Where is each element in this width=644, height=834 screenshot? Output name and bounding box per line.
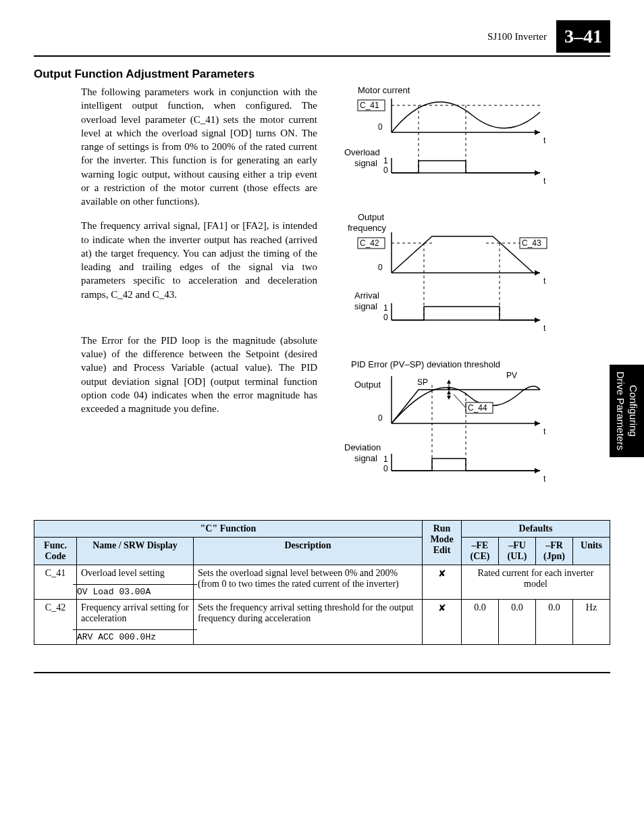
doc-label: SJ100 Inverter xyxy=(487,31,547,43)
d1-t-1: t xyxy=(543,136,546,145)
diagram-output-frequency: Output frequency C_42 C_43 0 t xyxy=(338,212,567,340)
d2-zero-1: 0 xyxy=(378,263,383,272)
side-tab-line2: Drive Parameters xyxy=(615,371,626,450)
d2-c43: C_43 xyxy=(522,238,541,248)
parameter-table: "C" Function Run Mode Edit Defaults Func… xyxy=(34,520,610,645)
side-tab: Configuring Drive Parameters xyxy=(610,365,644,457)
header-rule xyxy=(34,55,610,57)
d3-dev-l1: Deviation xyxy=(344,442,381,452)
d2-arr-l1: Arrival xyxy=(354,290,379,301)
d3-one: 1 xyxy=(383,454,388,464)
svg-line-32 xyxy=(454,394,466,408)
cell-code: C_42 xyxy=(34,600,77,645)
d3-pv: PV xyxy=(506,371,517,380)
section-title: Output Function Adjustment Parameters xyxy=(34,68,610,81)
diagram-pid-error: PID Error (PV–SP) deviation threshold Ou… xyxy=(338,359,567,494)
d3-zero-1: 0 xyxy=(378,413,383,423)
d2-zero-2: 0 xyxy=(383,313,388,322)
th-defaults: Defaults xyxy=(462,521,610,538)
th-fe: –FE (CE) xyxy=(462,538,499,565)
cell-srw: ARV ACC 000.0Hz xyxy=(73,629,197,644)
svg-marker-26 xyxy=(447,380,451,384)
side-tab-line1: Configuring xyxy=(628,385,639,437)
th-units: Units xyxy=(573,538,610,565)
svg-marker-30 xyxy=(447,396,451,400)
d3-zero-2: 0 xyxy=(383,464,388,473)
para-1: The following parameters work in conjunc… xyxy=(81,85,317,208)
th-description: Description xyxy=(194,538,423,565)
para-2: The frequency arrival signal, [FA1] or [… xyxy=(81,219,317,301)
th-runmode: Run Mode Edit xyxy=(423,521,462,565)
cell-desc: Sets the frequency arrival setting thres… xyxy=(194,600,423,645)
d1-zero-1: 0 xyxy=(378,122,383,132)
d3-title: PID Error (PV–SP) deviation threshold xyxy=(351,359,500,369)
cell-name: Frequency arrival setting for accelerati… xyxy=(77,600,193,627)
th-func-code: Func. Code xyxy=(34,538,77,565)
d3-t-2: t xyxy=(543,474,546,484)
d2-title1: Output xyxy=(358,212,384,222)
d2-t-1: t xyxy=(543,276,546,286)
d3-output: Output xyxy=(354,380,381,390)
cell-fe: 0.0 xyxy=(462,600,499,645)
d3-c44: C_44 xyxy=(468,403,487,413)
d2-c42: C_42 xyxy=(360,238,379,248)
cell-code: C_41 xyxy=(34,565,77,600)
cell-fu: 0.0 xyxy=(499,600,536,645)
table-row: C_41 Overload level setting OV Load 03.0… xyxy=(34,565,610,600)
cell-srw: OV Load 03.00A xyxy=(73,584,197,599)
d2-t-2: t xyxy=(543,323,546,333)
d1-zero-2: 0 xyxy=(383,165,388,175)
cell-units: Hz xyxy=(573,600,610,645)
diagram-motor-current: Motor current C_41 0 t xyxy=(338,85,567,193)
d3-dev-l2: signal xyxy=(354,453,377,463)
cell-defaults-merged: Rated current for each inverter model xyxy=(462,565,610,600)
d2-one: 1 xyxy=(383,303,388,313)
d1-c41-box: C_41 xyxy=(360,101,379,110)
page-number: 3–41 xyxy=(556,20,610,53)
th-fr: –FR (Jpn) xyxy=(536,538,573,565)
th-fu: –FU (UL) xyxy=(499,538,536,565)
d1-ol-l2: signal xyxy=(354,158,377,168)
d2-title2: frequency xyxy=(348,223,387,233)
svg-marker-11 xyxy=(535,270,540,276)
cell-name: Overload level setting xyxy=(77,565,193,581)
cell-desc: Sets the overload signal level between 0… xyxy=(194,565,423,600)
para-3: The Error for the PID loop is the magnit… xyxy=(81,334,317,416)
d1-ol-l1: Overload xyxy=(344,147,380,157)
d1-title: Motor current xyxy=(358,85,410,95)
cell-runmode: ✘ xyxy=(423,600,462,645)
svg-marker-29 xyxy=(447,390,451,394)
d1-t-2: t xyxy=(543,176,546,186)
svg-marker-1 xyxy=(535,130,540,135)
d3-sp: SP xyxy=(417,377,428,387)
d1-one: 1 xyxy=(383,156,388,165)
svg-marker-23 xyxy=(535,421,540,426)
table-row: C_42 Frequency arrival setting for accel… xyxy=(34,600,610,645)
cell-fr: 0.0 xyxy=(536,600,573,645)
d3-t-1: t xyxy=(543,427,546,436)
footer-rule xyxy=(34,672,610,673)
th-cfunction: "C" Function xyxy=(34,521,423,538)
d2-arr-l2: signal xyxy=(354,301,377,311)
th-name-srw: Name / SRW Display xyxy=(77,538,194,565)
cell-runmode: ✘ xyxy=(423,565,462,600)
